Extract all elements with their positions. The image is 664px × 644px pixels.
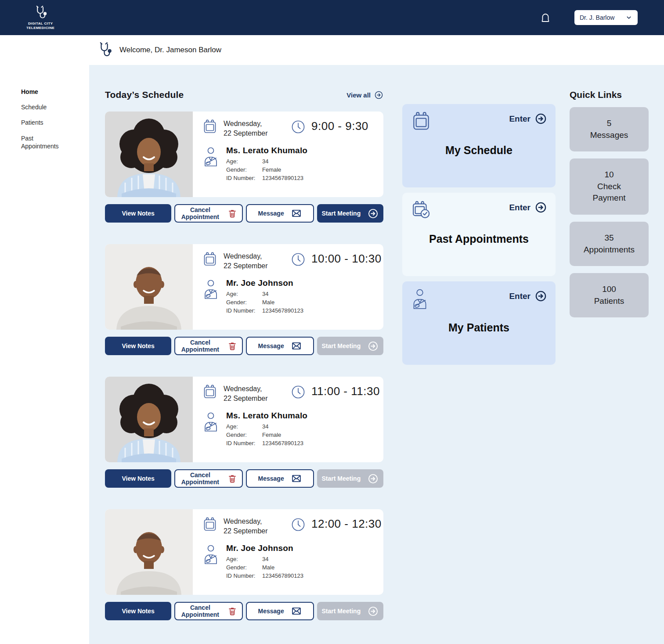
- patient-photo: [105, 244, 193, 330]
- user-dropdown[interactable]: Dr. J. Barlow: [574, 10, 638, 25]
- trash-icon: [227, 606, 237, 616]
- gender-value: Female: [262, 166, 281, 173]
- welcome-message: Welcome, Dr. Jameson Barlow: [119, 46, 221, 54]
- age-value: 34: [262, 423, 268, 430]
- date-line2: 22 September: [224, 395, 268, 402]
- age-label: Age:: [226, 158, 262, 165]
- clock-icon: [290, 119, 306, 135]
- message-button[interactable]: Message: [246, 337, 314, 355]
- gender-label: Gender:: [226, 299, 262, 306]
- stethoscope-icon: [32, 5, 48, 21]
- clock-icon: [290, 252, 306, 267]
- patient-name: Mr. Joe Johnson: [226, 543, 303, 553]
- section-title-todays-schedule: Today’s Schedule: [105, 90, 184, 100]
- view-notes-label: View Notes: [122, 210, 154, 217]
- start-meeting-button[interactable]: Start Meeting: [317, 204, 383, 223]
- past-appointments-title: Past Appointments: [411, 232, 547, 246]
- arrow-right-circle-icon: [374, 90, 383, 100]
- message-button[interactable]: Message: [246, 204, 314, 223]
- view-notes-button[interactable]: View Notes: [105, 204, 171, 223]
- view-notes-button[interactable]: View Notes: [105, 337, 171, 355]
- cancel-appointment-button[interactable]: Cancel Appointment: [174, 204, 242, 223]
- gender-value: Male: [262, 564, 274, 571]
- arrow-right-circle-icon: [535, 113, 547, 125]
- patient-photo: [105, 509, 193, 595]
- bell-icon[interactable]: [539, 11, 552, 24]
- age-label: Age:: [226, 423, 262, 430]
- shortcuts-column: Enter My Schedule: [402, 104, 556, 370]
- start-meeting-label: Start Meeting: [322, 210, 361, 217]
- patient-age-row: Age: 34: [226, 423, 307, 430]
- id-value: 1234567890123: [262, 307, 303, 314]
- message-label: Message: [258, 342, 284, 349]
- my-schedule-card[interactable]: Enter My Schedule: [402, 104, 556, 187]
- view-notes-label: View Notes: [122, 608, 154, 615]
- quick-link-patients[interactable]: 100 Patients: [570, 273, 649, 317]
- date-line2: 22 September: [224, 262, 268, 270]
- sidebar-item-schedule[interactable]: Schedule: [21, 103, 65, 111]
- appointment-date: Wednesday, 22 September: [224, 252, 289, 270]
- trash-icon: [227, 209, 237, 218]
- past-appointments-card[interactable]: Enter Past Appointments: [402, 193, 556, 276]
- start-meeting-label: Start Meeting: [322, 342, 361, 349]
- calendar-check-icon: [411, 200, 431, 221]
- quick-link-appointments[interactable]: 35 Appointments: [570, 222, 649, 266]
- sidebar-item-patients[interactable]: Patients: [21, 119, 65, 126]
- appointment-card: Wednesday, 22 September 10:00 - 10:30: [105, 244, 383, 355]
- enter-label: Enter: [509, 291, 530, 301]
- sidebar-item-past-appointments[interactable]: Past Appointments: [21, 134, 65, 150]
- arrow-right-circle-icon: [535, 201, 547, 213]
- cancel-appointment-button[interactable]: Cancel Appointment: [174, 602, 242, 620]
- check-payment-label: Check Payment: [573, 181, 645, 204]
- cancel-appointment-button[interactable]: Cancel Appointment: [174, 469, 242, 488]
- main-content: Today’s Schedule View all: [89, 65, 664, 644]
- message-button[interactable]: Message: [246, 602, 314, 620]
- calendar-icon: [202, 517, 217, 532]
- start-meeting-label: Start Meeting: [322, 608, 361, 615]
- patient-gender-row: Gender: Male: [226, 564, 303, 571]
- check-payment-count: 10: [604, 170, 613, 179]
- message-label: Message: [258, 210, 284, 217]
- start-meeting-button[interactable]: Start Meeting: [317, 469, 383, 488]
- patient-name: Ms. Lerato Khumalo: [226, 411, 307, 421]
- enter-past-appointments-link[interactable]: Enter: [509, 201, 547, 213]
- patient-gender-row: Gender: Male: [226, 299, 303, 306]
- my-schedule-title: My Schedule: [411, 144, 547, 157]
- patient-id-row: ID Number: 1234567890123: [226, 572, 303, 579]
- enter-my-patients-link[interactable]: Enter: [509, 290, 547, 302]
- view-notes-button[interactable]: View Notes: [105, 602, 171, 620]
- view-notes-button[interactable]: View Notes: [105, 469, 171, 488]
- patient-name: Mr. Joe Johnson: [226, 278, 303, 288]
- gender-label: Gender:: [226, 564, 262, 571]
- arrow-right-circle-icon: [368, 606, 379, 617]
- appointment-date: Wednesday, 22 September: [224, 384, 289, 403]
- message-button[interactable]: Message: [246, 469, 314, 488]
- my-patients-card[interactable]: Enter My Patients: [402, 281, 556, 365]
- trash-icon: [227, 474, 237, 483]
- appointment-card: Wednesday, 22 September 11:00 - 11:30: [105, 377, 383, 488]
- start-meeting-label: Start Meeting: [322, 475, 361, 482]
- quick-link-messages[interactable]: 5 Messages: [570, 107, 649, 151]
- cancel-appointment-button[interactable]: Cancel Appointment: [174, 337, 242, 355]
- patient-age-row: Age: 34: [226, 158, 307, 165]
- gender-label: Gender:: [226, 166, 262, 173]
- patient-age-row: Age: 34: [226, 291, 303, 297]
- quick-links-section: Quick Links 5 Messages 10 Check Payment …: [570, 90, 649, 324]
- patients-label: Patients: [573, 295, 645, 307]
- gender-value: Male: [262, 299, 274, 306]
- id-label: ID Number:: [226, 307, 262, 314]
- envelope-icon: [291, 208, 302, 219]
- patient-icon: [202, 412, 219, 432]
- gender-label: Gender:: [226, 432, 262, 438]
- sidebar-item-home[interactable]: Home: [21, 88, 65, 96]
- start-meeting-button[interactable]: Start Meeting: [317, 602, 383, 620]
- date-line2: 22 September: [224, 527, 268, 535]
- quick-link-check-payment[interactable]: 10 Check Payment: [570, 158, 649, 215]
- arrow-right-circle-icon: [368, 341, 379, 352]
- view-all-link[interactable]: View all: [346, 90, 383, 100]
- welcome-bar: Welcome, Dr. Jameson Barlow: [0, 35, 664, 65]
- enter-my-schedule-link[interactable]: Enter: [509, 113, 547, 125]
- start-meeting-button[interactable]: Start Meeting: [317, 337, 383, 355]
- calendar-icon: [202, 252, 217, 267]
- patient-photo: [105, 377, 193, 462]
